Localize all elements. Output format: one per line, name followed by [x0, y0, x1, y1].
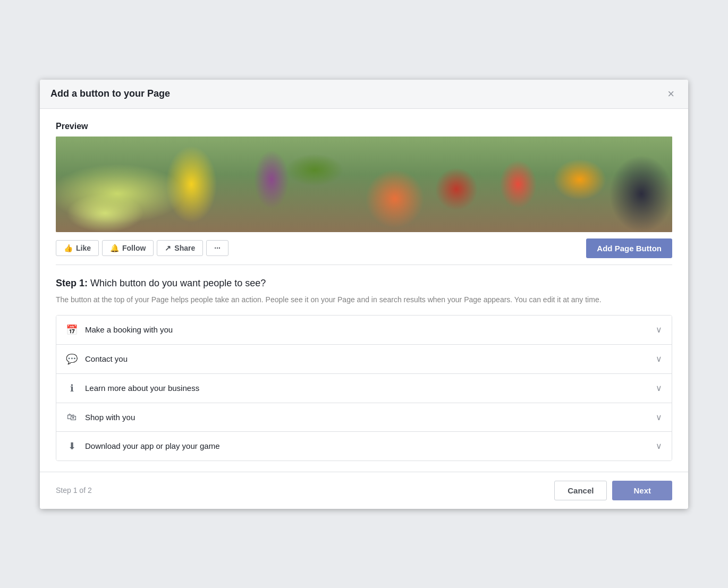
next-button[interactable]: Next — [612, 481, 672, 500]
option-label: Contact you — [85, 354, 128, 363]
step-indicator: Step 1 of 2 — [56, 486, 92, 495]
footer-buttons: Cancel Next — [554, 481, 672, 500]
modal-footer: Step 1 of 2 Cancel Next — [40, 472, 688, 509]
page-actions-row: 👍 Like 🔔 Follow ↗ Share ··· Add Page But… — [56, 232, 672, 265]
option-left: ⬇ Download your app or play your game — [66, 440, 219, 452]
chevron-down-icon: ∨ — [656, 325, 662, 335]
options-list: 📅 Make a booking with you ∨ 💬 Contact yo… — [56, 315, 672, 461]
step-heading: Step 1: Which button do you want people … — [56, 278, 672, 289]
modal: Add a button to your Page × Preview 👍 Li… — [40, 80, 688, 509]
option-left: ℹ Learn more about your business — [66, 382, 199, 394]
option-item-0[interactable]: 📅 Make a booking with you ∨ — [56, 316, 672, 345]
step-description: The button at the top of your Page helps… — [56, 294, 672, 305]
chevron-down-icon: ∨ — [656, 412, 662, 422]
like-button[interactable]: 👍 Like — [56, 240, 99, 256]
chat-icon: 💬 — [66, 353, 78, 365]
calendar-icon: 📅 — [66, 324, 78, 336]
step-heading-bold: Step 1: — [56, 278, 88, 288]
info-icon: ℹ — [66, 382, 78, 394]
share-label: Share — [174, 244, 195, 252]
share-button[interactable]: ↗ Share — [157, 240, 203, 256]
more-button[interactable]: ··· — [206, 240, 228, 256]
option-left: 🛍 Shop with you — [66, 412, 135, 423]
preview-label: Preview — [56, 122, 672, 131]
step-heading-text: Which button do you want people to see? — [88, 278, 266, 288]
option-item-3[interactable]: 🛍 Shop with you ∨ — [56, 403, 672, 432]
chevron-down-icon: ∨ — [656, 383, 662, 393]
option-item-1[interactable]: 💬 Contact you ∨ — [56, 345, 672, 374]
follow-button[interactable]: 🔔 Follow — [102, 240, 154, 256]
option-left: 💬 Contact you — [66, 353, 128, 365]
thumbs-up-icon: 👍 — [64, 244, 73, 252]
option-label: Make a booking with you — [85, 325, 173, 334]
chevron-down-icon: ∨ — [656, 354, 662, 364]
follow-label: Follow — [122, 244, 146, 252]
download-icon: ⬇ — [66, 440, 78, 452]
like-label: Like — [76, 244, 91, 252]
modal-body: Preview 👍 Like 🔔 Follow ↗ Share ··· — [40, 109, 688, 461]
option-left: 📅 Make a booking with you — [66, 324, 173, 336]
option-item-4[interactable]: ⬇ Download your app or play your game ∨ — [56, 432, 672, 461]
add-page-button[interactable]: Add Page Button — [586, 238, 672, 258]
step-section: Step 1: Which button do you want people … — [56, 278, 672, 461]
follow-icon: 🔔 — [110, 244, 119, 252]
chevron-down-icon: ∨ — [656, 441, 662, 451]
cancel-button[interactable]: Cancel — [554, 481, 607, 500]
bag-icon: 🛍 — [66, 412, 78, 423]
option-item-2[interactable]: ℹ Learn more about your business ∨ — [56, 374, 672, 403]
option-label: Learn more about your business — [85, 384, 199, 393]
close-button[interactable]: × — [664, 87, 678, 101]
share-icon: ↗ — [165, 244, 171, 252]
option-label: Shop with you — [85, 413, 135, 422]
option-label: Download your app or play your game — [85, 441, 219, 450]
modal-header: Add a button to your Page × — [40, 80, 688, 109]
more-label: ··· — [214, 244, 221, 252]
preview-image — [56, 137, 672, 232]
modal-title: Add a button to your Page — [50, 88, 170, 99]
action-buttons-group: 👍 Like 🔔 Follow ↗ Share ··· — [56, 240, 228, 256]
